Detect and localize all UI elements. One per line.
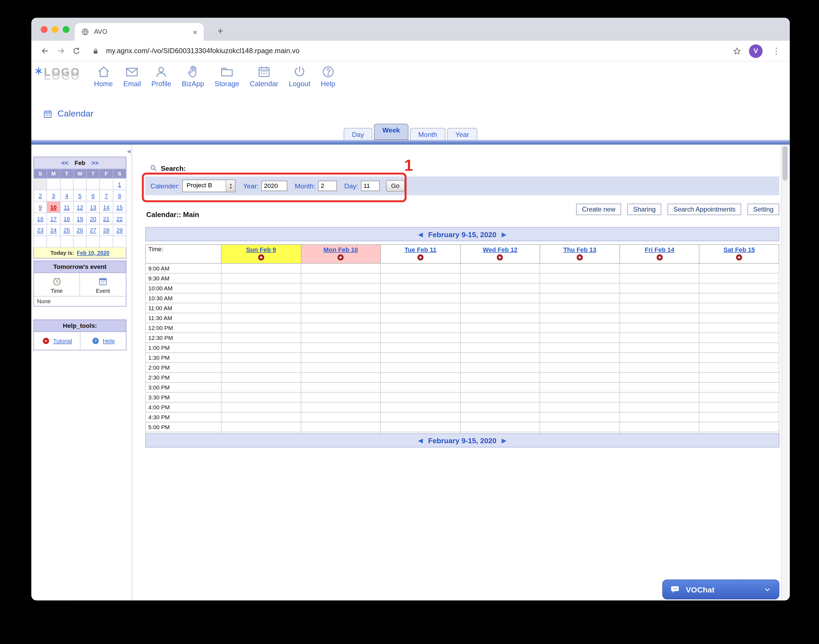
chevron-down-icon[interactable] xyxy=(763,585,771,593)
today-date-link[interactable]: Feb 10, 2020 xyxy=(77,250,109,256)
time-slot-cell[interactable] xyxy=(221,373,301,382)
time-slot-cell[interactable] xyxy=(221,273,301,283)
day-link[interactable]: Tue Feb 11 xyxy=(381,246,459,253)
time-slot-cell[interactable] xyxy=(540,373,619,382)
time-slot-cell[interactable] xyxy=(221,412,301,422)
mini-date-link[interactable]: 5 xyxy=(78,192,81,199)
sharing-button[interactable]: Sharing xyxy=(627,204,661,215)
time-slot-cell[interactable] xyxy=(540,392,619,402)
time-slot-cell[interactable] xyxy=(381,293,460,303)
mini-date-link[interactable]: 8 xyxy=(118,192,121,199)
mini-date-cell[interactable]: 22 xyxy=(113,213,126,224)
time-slot-cell[interactable] xyxy=(381,343,460,353)
add-event-icon[interactable] xyxy=(338,254,344,261)
mini-date-cell[interactable]: 5 xyxy=(73,190,86,201)
sidebar-collapse-icon[interactable]: ◀ xyxy=(127,149,131,154)
mini-date-cell[interactable]: 29 xyxy=(113,224,126,236)
mini-date-cell[interactable]: 24 xyxy=(47,224,60,236)
mini-date-cell[interactable]: 17 xyxy=(47,213,60,224)
mini-date-cell[interactable]: 21 xyxy=(100,213,113,224)
mini-date-link[interactable]: 22 xyxy=(116,215,123,222)
time-slot-cell[interactable] xyxy=(620,343,699,353)
mini-cal-next-month[interactable]: >> xyxy=(92,160,98,166)
tab-year[interactable]: Year xyxy=(447,128,477,140)
time-slot-cell[interactable] xyxy=(301,412,381,422)
time-slot-cell[interactable] xyxy=(221,293,301,303)
back-icon[interactable] xyxy=(38,44,51,57)
setting-button[interactable]: Setting xyxy=(747,204,779,215)
time-slot-cell[interactable] xyxy=(381,362,460,373)
day-link[interactable]: Mon Feb 10 xyxy=(302,246,380,253)
mini-date-cell[interactable]: 28 xyxy=(100,224,113,236)
mini-date-link[interactable]: 4 xyxy=(65,192,68,199)
time-slot-cell[interactable] xyxy=(221,392,301,402)
day-link[interactable]: Fri Feb 14 xyxy=(620,246,698,253)
time-slot-cell[interactable] xyxy=(460,343,540,353)
help-tools-tutorial[interactable]: Tutorial xyxy=(34,332,80,350)
mini-date-link[interactable]: 2 xyxy=(38,192,42,199)
time-slot-cell[interactable] xyxy=(540,333,619,343)
time-slot-cell[interactable] xyxy=(221,362,301,373)
time-slot-cell[interactable] xyxy=(301,343,381,353)
time-slot-cell[interactable] xyxy=(540,412,619,422)
time-slot-cell[interactable] xyxy=(620,293,699,303)
time-slot-cell[interactable] xyxy=(381,412,460,422)
minimize-window-button[interactable] xyxy=(52,26,59,33)
day-link[interactable]: Wed Feb 12 xyxy=(461,246,539,253)
time-slot-cell[interactable] xyxy=(301,313,381,323)
mini-date-link[interactable]: 14 xyxy=(103,204,109,210)
help-tools-help[interactable]: ?Help xyxy=(80,332,126,350)
time-slot-cell[interactable] xyxy=(540,343,619,353)
time-slot-cell[interactable] xyxy=(620,303,699,313)
help-tools-link[interactable]: Tutorial xyxy=(53,338,72,344)
add-event-icon[interactable] xyxy=(417,254,424,261)
profile-avatar[interactable]: V xyxy=(749,44,762,58)
time-slot-cell[interactable] xyxy=(301,392,381,402)
time-slot-cell[interactable] xyxy=(460,382,540,392)
time-slot-cell[interactable] xyxy=(620,402,699,412)
time-slot-cell[interactable] xyxy=(540,422,619,432)
time-slot-cell[interactable] xyxy=(381,273,460,283)
time-slot-cell[interactable] xyxy=(540,323,619,333)
time-slot-cell[interactable] xyxy=(221,323,301,333)
time-slot-cell[interactable] xyxy=(620,283,699,293)
time-slot-cell[interactable] xyxy=(301,293,381,303)
time-slot-cell[interactable] xyxy=(620,323,699,333)
mini-date-link[interactable]: 1 xyxy=(118,181,121,187)
zoom-window-button[interactable] xyxy=(63,26,69,33)
time-slot-cell[interactable] xyxy=(381,313,460,323)
time-slot-cell[interactable] xyxy=(620,382,699,392)
mini-date-link[interactable]: 3 xyxy=(52,192,55,199)
url-text[interactable]: my.agnx.com/-/vo/SID600313304fokiuzokcl1… xyxy=(106,47,729,55)
time-slot-cell[interactable] xyxy=(699,382,779,392)
time-slot-cell[interactable] xyxy=(301,422,381,432)
browser-menu-icon[interactable]: ⋮ xyxy=(770,46,782,56)
time-slot-cell[interactable] xyxy=(540,293,619,303)
close-window-button[interactable] xyxy=(41,26,48,33)
time-slot-cell[interactable] xyxy=(381,373,460,382)
time-slot-cell[interactable] xyxy=(620,412,699,422)
mini-date-cell[interactable]: 13 xyxy=(86,201,100,213)
mini-date-cell[interactable]: 7 xyxy=(100,190,113,201)
mini-date-link[interactable]: 16 xyxy=(37,215,43,222)
time-slot-cell[interactable] xyxy=(301,402,381,412)
day-link[interactable]: Thu Feb 13 xyxy=(541,246,619,253)
add-event-icon[interactable] xyxy=(497,254,503,261)
page-scrollbar[interactable] xyxy=(781,145,789,600)
time-slot-cell[interactable] xyxy=(620,373,699,382)
time-slot-cell[interactable] xyxy=(540,273,619,283)
time-slot-cell[interactable] xyxy=(699,333,779,343)
create-new-button[interactable]: Create new xyxy=(576,204,621,215)
mini-date-cell[interactable]: 20 xyxy=(86,213,100,224)
time-slot-cell[interactable] xyxy=(381,303,460,313)
mini-cal-prev-month[interactable]: << xyxy=(61,160,68,166)
time-slot-cell[interactable] xyxy=(540,382,619,392)
tab-week[interactable]: Week xyxy=(374,124,409,140)
mini-date-link[interactable]: 7 xyxy=(105,192,108,199)
time-slot-cell[interactable] xyxy=(301,353,381,362)
time-slot-cell[interactable] xyxy=(540,362,619,373)
mini-date-cell[interactable]: 23 xyxy=(34,224,47,236)
mini-date-cell[interactable]: 14 xyxy=(100,201,113,213)
time-slot-cell[interactable] xyxy=(540,303,619,313)
add-event-icon[interactable] xyxy=(258,254,264,261)
